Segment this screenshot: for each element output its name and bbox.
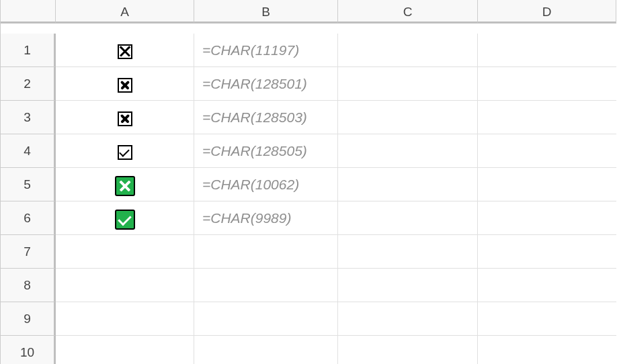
- cell-A10[interactable]: [56, 336, 194, 364]
- ballot-check-icon: [118, 145, 132, 160]
- cell-B3[interactable]: =CHAR(128503): [194, 101, 338, 134]
- cell-C2[interactable]: [338, 67, 478, 101]
- cell-B9[interactable]: [194, 302, 338, 336]
- row-header-4[interactable]: 4: [1, 134, 56, 168]
- cell-A5[interactable]: [56, 168, 194, 201]
- cell-A2[interactable]: [56, 67, 194, 101]
- cell-C1[interactable]: [338, 34, 478, 67]
- ballot-x-icon: [118, 44, 132, 59]
- check-mark-green-icon: [115, 210, 135, 230]
- cell-C5[interactable]: [338, 168, 478, 201]
- cell-A9[interactable]: [56, 302, 194, 336]
- spreadsheet[interactable]: A B C D 1 =CHAR(11197) 2 =CHAR(128501) 3…: [0, 0, 617, 364]
- cell-D3[interactable]: [478, 101, 616, 134]
- cell-D10[interactable]: [478, 336, 616, 364]
- cell-D5[interactable]: [478, 168, 616, 201]
- cell-B1[interactable]: =CHAR(11197): [194, 34, 338, 67]
- ballot-bold-x-icon: [118, 111, 132, 126]
- cell-C10[interactable]: [338, 336, 478, 364]
- row-header-3[interactable]: 3: [1, 101, 56, 134]
- col-header-A[interactable]: A: [56, 0, 194, 24]
- row-header-9[interactable]: 9: [1, 302, 56, 336]
- cell-D4[interactable]: [478, 134, 616, 168]
- cell-C4[interactable]: [338, 134, 478, 168]
- ballot-bold-x-icon: [118, 78, 132, 93]
- cell-A4[interactable]: [56, 134, 194, 168]
- cell-B5[interactable]: =CHAR(10062): [194, 168, 338, 201]
- cell-D2[interactable]: [478, 67, 616, 101]
- cell-D7[interactable]: [478, 235, 616, 269]
- cell-A1[interactable]: [56, 34, 194, 67]
- cell-C3[interactable]: [338, 101, 478, 134]
- cell-C6[interactable]: [338, 201, 478, 235]
- cell-B8[interactable]: [194, 269, 338, 302]
- cell-B7[interactable]: [194, 235, 338, 269]
- cell-C7[interactable]: [338, 235, 478, 269]
- row-header-7[interactable]: 7: [1, 235, 56, 269]
- cell-A8[interactable]: [56, 269, 194, 302]
- row-header-8[interactable]: 8: [1, 269, 56, 302]
- cell-D6[interactable]: [478, 201, 616, 235]
- col-header-C[interactable]: C: [338, 0, 478, 24]
- cell-B4[interactable]: =CHAR(128505): [194, 134, 338, 168]
- col-header-B[interactable]: B: [194, 0, 338, 24]
- cell-A6[interactable]: [56, 201, 194, 235]
- cell-D8[interactable]: [478, 269, 616, 302]
- row-header-5[interactable]: 5: [1, 168, 56, 201]
- row-header-1[interactable]: 1: [1, 34, 56, 67]
- cell-A3[interactable]: [56, 101, 194, 134]
- col-header-D[interactable]: D: [478, 0, 616, 24]
- cell-C9[interactable]: [338, 302, 478, 336]
- row-header-2[interactable]: 2: [1, 67, 56, 101]
- cell-C8[interactable]: [338, 269, 478, 302]
- cell-A7[interactable]: [56, 235, 194, 269]
- cell-D9[interactable]: [478, 302, 616, 336]
- cross-mark-green-icon: [115, 176, 135, 196]
- cell-B2[interactable]: =CHAR(128501): [194, 67, 338, 101]
- cell-D1[interactable]: [478, 34, 616, 67]
- cell-B10[interactable]: [194, 336, 338, 364]
- row-header-10[interactable]: 10: [1, 336, 56, 364]
- row-header-6[interactable]: 6: [1, 201, 56, 235]
- select-all-corner[interactable]: [1, 0, 56, 24]
- cell-B6[interactable]: =CHAR(9989): [194, 201, 338, 235]
